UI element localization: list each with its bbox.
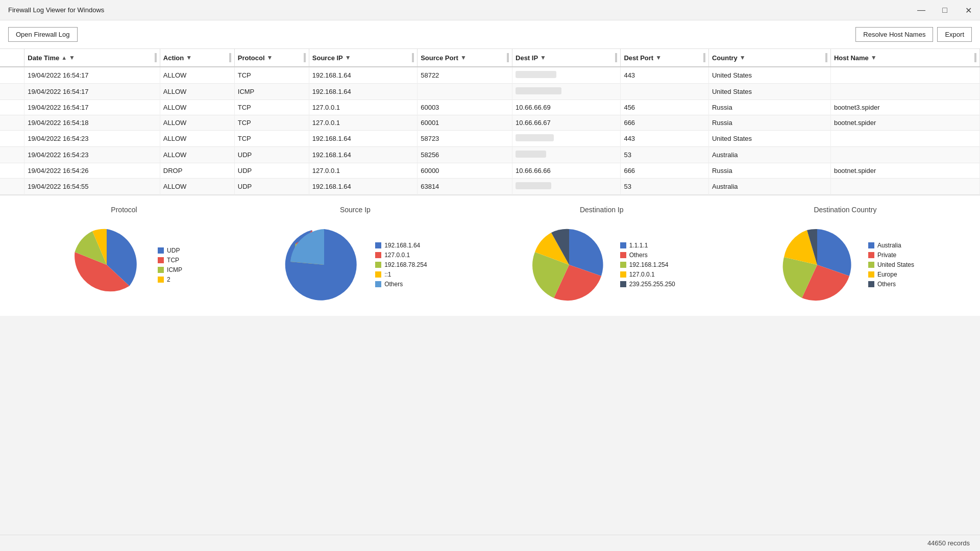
cell-country: Australia <box>708 147 830 163</box>
col-source-ip[interactable]: Source IP ▼ <box>309 49 417 67</box>
cell-protocol: ICMP <box>234 84 309 100</box>
legend-europe: Europe <box>868 271 914 278</box>
legend-icmp-label: ICMP <box>167 266 182 273</box>
cell-source-port: 60000 <box>418 163 512 179</box>
col-hostname[interactable]: Host Name ▼ <box>830 49 979 67</box>
row-num <box>0 131 24 147</box>
minimize-button[interactable]: — <box>910 0 933 20</box>
cell-dest-ip: 10.66.66.67 <box>512 115 621 131</box>
legend-ipv6-1-label: ::1 <box>384 271 391 278</box>
legend-europe-dot <box>868 271 874 278</box>
cell-dest-port: 666 <box>621 115 709 131</box>
filter-source-port-icon[interactable]: ▼ <box>460 54 467 61</box>
maximize-button[interactable]: □ <box>933 0 957 20</box>
row-num <box>0 163 24 179</box>
legend-australia-dot <box>868 242 874 248</box>
cell-source-ip: 192.168.1.64 <box>309 67 417 84</box>
legend-dest-127-0-0-1-label: 127.0.0.1 <box>629 271 655 278</box>
legend-1-1-1-1: 1.1.1.1 <box>620 242 675 249</box>
filter-hostname-icon[interactable]: ▼ <box>871 54 877 61</box>
row-num <box>0 115 24 131</box>
legend-239-255-255-250-dot <box>620 281 626 287</box>
table-row[interactable]: 19/04/2022 16:54:55ALLOWUDP192.168.1.646… <box>0 179 980 195</box>
cell-protocol: UDP <box>234 179 309 195</box>
sort-asc-icon: ▲ <box>61 55 67 61</box>
cell-protocol: TCP <box>234 67 309 84</box>
col-datetime-resize[interactable] <box>155 53 157 62</box>
col-dest-ip[interactable]: Dest IP ▼ <box>512 49 621 67</box>
col-country-resize[interactable] <box>825 53 827 62</box>
legend-country-others-label: Others <box>877 281 896 288</box>
col-protocol-resize[interactable] <box>304 53 306 62</box>
toolbar-right: Resolve Host Names Export <box>855 27 972 42</box>
legend-private: Private <box>868 252 914 259</box>
source-ip-legend: 192.168.1.64 127.0.0.1 192.168.78.254 ::… <box>375 242 427 288</box>
col-action-resize[interactable] <box>229 53 231 62</box>
filter-action-icon[interactable]: ▼ <box>186 54 192 61</box>
filter-source-ip-icon[interactable]: ▼ <box>345 54 351 61</box>
filter-protocol-icon[interactable]: ▼ <box>267 54 273 61</box>
legend-2-label: 2 <box>167 276 170 283</box>
legend-source-others-label: Others <box>384 281 403 288</box>
legend-tcp: TCP <box>158 257 182 264</box>
cell-hostname: bootnet.spider <box>830 115 979 131</box>
filter-dest-ip-icon[interactable]: ▼ <box>540 54 546 61</box>
row-num <box>0 67 24 84</box>
dest-country-pie <box>776 224 858 306</box>
protocol-chart-section: Protocol UDP <box>66 206 182 306</box>
cell-source-ip: 127.0.0.1 <box>309 115 417 131</box>
col-dest-ip-resize[interactable] <box>615 53 617 62</box>
col-dest-ip-label: Dest IP <box>516 54 538 62</box>
col-source-port-resize[interactable] <box>507 53 509 62</box>
col-dest-port[interactable]: Dest Port ▼ <box>621 49 709 67</box>
records-count: 44650 records <box>927 539 970 547</box>
charts-area: Protocol UDP <box>0 195 980 316</box>
row-num <box>0 100 24 115</box>
table-row[interactable]: 19/04/2022 16:54:17ALLOWTCP127.0.0.16000… <box>0 100 980 115</box>
table-row[interactable]: 19/04/2022 16:54:23ALLOWUDP192.168.1.645… <box>0 147 980 163</box>
cell-action: DROP <box>160 163 234 179</box>
table-row[interactable]: 19/04/2022 16:54:18ALLOWTCP127.0.0.16000… <box>0 115 980 131</box>
protocol-pie <box>66 224 148 306</box>
cell-hostname <box>830 147 979 163</box>
cell-source-port <box>418 84 512 100</box>
cell-country: Russia <box>708 100 830 115</box>
dest-country-chart-body: Australia Private United States Europe O… <box>776 224 914 306</box>
protocol-chart-body: UDP TCP ICMP 2 <box>66 224 182 306</box>
source-ip-chart-body: 192.168.1.64 127.0.0.1 192.168.78.254 ::… <box>283 224 427 306</box>
col-hostname-resize[interactable] <box>974 53 976 62</box>
table-row[interactable]: 19/04/2022 16:54:17ALLOWTCP192.168.1.645… <box>0 67 980 84</box>
filter-country-icon[interactable]: ▼ <box>740 54 746 61</box>
open-log-button[interactable]: Open Firewall Log <box>8 27 78 42</box>
filter-datetime-icon[interactable]: ▼ <box>69 54 75 61</box>
col-country[interactable]: Country ▼ <box>708 49 830 67</box>
cell-source-ip: 192.168.1.64 <box>309 84 417 100</box>
col-dest-port-label: Dest Port <box>624 54 653 62</box>
col-action[interactable]: Action ▼ <box>160 49 234 67</box>
legend-united-states: United States <box>868 261 914 268</box>
table-row[interactable]: 19/04/2022 16:54:23ALLOWTCP192.168.1.645… <box>0 131 980 147</box>
legend-2-dot <box>158 277 164 283</box>
cell-datetime: 19/04/2022 16:54:18 <box>24 115 160 131</box>
cell-source-port: 60003 <box>418 100 512 115</box>
col-source-port[interactable]: Source Port ▼ <box>418 49 512 67</box>
col-source-ip-resize[interactable] <box>412 53 414 62</box>
filter-dest-port-icon[interactable]: ▼ <box>655 54 662 61</box>
col-protocol[interactable]: Protocol ▼ <box>234 49 309 67</box>
table-row[interactable]: 19/04/2022 16:54:26DROPUDP127.0.0.160000… <box>0 163 980 179</box>
col-dest-port-resize[interactable] <box>703 53 705 62</box>
col-action-label: Action <box>163 54 184 62</box>
table-row[interactable]: 19/04/2022 16:54:17ALLOWICMP192.168.1.64… <box>0 84 980 100</box>
cell-action: ALLOW <box>160 67 234 84</box>
cell-action: ALLOW <box>160 147 234 163</box>
legend-192-168-1-254-dot <box>620 262 626 268</box>
col-source-port-label: Source Port <box>421 54 458 62</box>
legend-239-255-255-250-label: 239.255.255.250 <box>629 281 675 288</box>
export-button[interactable]: Export <box>937 27 972 42</box>
resolve-host-names-button[interactable]: Resolve Host Names <box>855 27 933 42</box>
status-bar: 44650 records <box>0 535 980 551</box>
cell-dest-ip: 10.66.66.66 <box>512 163 621 179</box>
cell-dest-port: 53 <box>621 179 709 195</box>
close-button[interactable]: ✕ <box>957 0 980 20</box>
col-datetime[interactable]: Date Time ▲ ▼ <box>24 49 160 67</box>
